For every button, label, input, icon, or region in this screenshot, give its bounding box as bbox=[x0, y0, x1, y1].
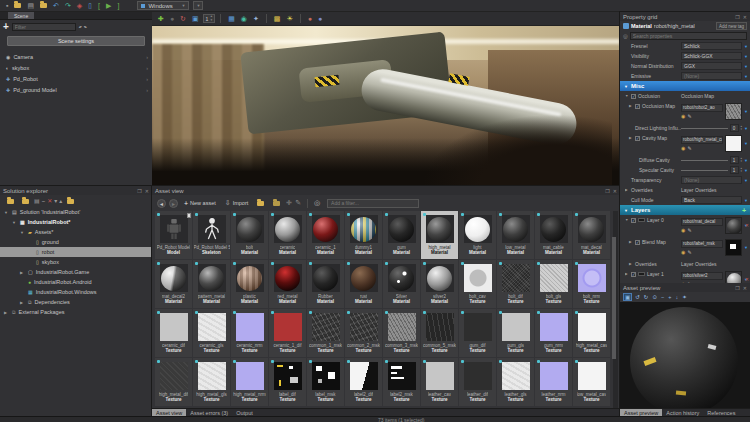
asset-tile[interactable]: low_metal_cavTexture bbox=[573, 358, 610, 406]
asset-tile[interactable]: ceramic_difTexture bbox=[155, 309, 192, 357]
revert-arrow-icon[interactable]: ▼ bbox=[744, 198, 748, 203]
asset-tile[interactable]: Pd_Robot ModelModel bbox=[155, 211, 192, 259]
delete-layer-icon[interactable]: ✕ bbox=[745, 276, 749, 282]
row-arrow-icon[interactable]: ▶ bbox=[629, 262, 633, 266]
asset-tile[interactable]: dummy1Material bbox=[345, 211, 382, 259]
back-button[interactable]: ◄ bbox=[157, 199, 166, 208]
asset-tile[interactable]: high_metal_difTexture bbox=[155, 358, 192, 406]
asset-tile[interactable]: high_metalMaterial bbox=[421, 211, 458, 259]
asset-tile[interactable]: high_metal_glsTexture bbox=[193, 358, 230, 406]
dropdown-value[interactable]: (None) bbox=[681, 72, 742, 80]
redo-icon[interactable]: ↷ bbox=[62, 0, 74, 12]
dropdown-value[interactable]: Schlick-GGX bbox=[681, 52, 742, 60]
asset-tile[interactable]: gum_glsTexture bbox=[497, 309, 534, 357]
asset-tile[interactable]: bolt_nrmTexture bbox=[573, 260, 610, 308]
tree-arrow-icon[interactable]: ▼ bbox=[4, 210, 9, 215]
asset-tile[interactable]: boltMaterial bbox=[231, 211, 268, 259]
solution-tree-item[interactable]: ▯ground bbox=[0, 237, 152, 247]
world-space-icon[interactable]: ▦ bbox=[226, 12, 237, 26]
section-arrow-icon[interactable]: ▼ bbox=[624, 208, 628, 213]
new-folder-icon[interactable] bbox=[7, 199, 14, 204]
solution-tree-item[interactable]: ▶▢IndustrialRobot.Game bbox=[0, 267, 152, 277]
entity-row[interactable]: ◉Camera› bbox=[0, 51, 152, 62]
tree-arrow-icon[interactable]: ▶ bbox=[4, 310, 9, 315]
expand-tree-icon[interactable]: ▴▾ bbox=[79, 24, 81, 29]
save-all-icon[interactable] bbox=[40, 3, 47, 8]
select-gizmo-icon[interactable]: ● bbox=[168, 12, 176, 26]
platform-dropdown[interactable]: Windows ▼ bbox=[137, 1, 189, 10]
section-layers[interactable]: ▼Layers+ bbox=[620, 205, 750, 215]
bulb-icon[interactable]: ☀ bbox=[284, 12, 294, 26]
menu-icon[interactable]: ▪ bbox=[3, 0, 11, 12]
dropdown-value[interactable]: Back bbox=[681, 196, 742, 204]
asset-tile[interactable]: plasticMaterial bbox=[231, 260, 268, 308]
asset-tile[interactable]: mat_cableMaterial bbox=[535, 211, 572, 259]
checkbox[interactable]: ✓ bbox=[635, 240, 640, 245]
asset-tile[interactable]: label2_mskTexture bbox=[383, 358, 420, 406]
asset-tile[interactable]: common_5_mskTexture bbox=[421, 309, 458, 357]
reset-camera-icon[interactable]: ⊙ bbox=[651, 294, 658, 300]
asset-tile[interactable]: Pd_Robot Model SkeletonSkeleton bbox=[193, 211, 230, 259]
asset-tile[interactable]: common_1_mskTexture bbox=[307, 309, 344, 357]
checkbox[interactable]: ✓ bbox=[631, 272, 636, 277]
slider-track[interactable] bbox=[681, 128, 728, 129]
section-arrow-icon[interactable]: ▼ bbox=[624, 84, 628, 89]
asset-tile[interactable]: ceramic_glsTexture bbox=[193, 309, 230, 357]
asset-tile[interactable]: silver2Material bbox=[421, 260, 458, 308]
asset-tile[interactable]: common_2_mskTexture bbox=[345, 309, 382, 357]
copy-icon[interactable]: ▤ bbox=[34, 195, 40, 207]
revert-arrow-icon[interactable]: ▼ bbox=[744, 245, 748, 250]
spinner-arrows-icon[interactable]: ▴▾ bbox=[741, 167, 743, 173]
play-bracket-right-icon[interactable]: ] bbox=[114, 0, 122, 12]
asset-tile[interactable]: pattern_metalMaterial bbox=[193, 260, 230, 308]
play-icon[interactable]: ▶ bbox=[103, 0, 114, 12]
lighting-icon[interactable]: ▩ bbox=[272, 12, 283, 26]
solution-tree-item[interactable]: ▶⧉External Packages bbox=[0, 307, 152, 317]
dropdown-value[interactable]: GGX bbox=[681, 62, 742, 70]
asset-tile[interactable]: lightMaterial bbox=[459, 211, 496, 259]
asset-tile[interactable]: gum_difTexture bbox=[459, 309, 496, 357]
revert-arrow-icon[interactable]: ▼ bbox=[744, 141, 748, 146]
float-panel-icon[interactable]: ❐ bbox=[605, 188, 609, 194]
asset-tile[interactable]: ceramic_nrmTexture bbox=[231, 309, 268, 357]
revert-arrow-icon[interactable]: ▼ bbox=[744, 64, 748, 69]
tree-arrow-icon[interactable]: ▶ bbox=[20, 300, 25, 305]
solution-tree-item[interactable]: ▯skybox bbox=[0, 257, 152, 267]
chevron-right-icon[interactable]: › bbox=[146, 54, 148, 60]
spinner-arrows-icon[interactable]: ▴▾ bbox=[741, 157, 743, 163]
float-panel-icon[interactable]: ❐ bbox=[137, 188, 141, 194]
collapse-all-icon[interactable]: ▴ bbox=[59, 195, 62, 207]
asset-tile[interactable]: label_mskTexture bbox=[307, 358, 344, 406]
debug-icon[interactable]: ▯ bbox=[85, 0, 95, 12]
reference-textbox[interactable]: robot/high_metal_ca bbox=[681, 136, 723, 144]
collapse-tree-icon[interactable]: ▾▴ bbox=[84, 24, 86, 29]
delete-icon[interactable]: ✕ bbox=[47, 195, 52, 207]
checkbox[interactable]: ✓ bbox=[635, 104, 640, 109]
row-arrow-icon[interactable]: ▼ bbox=[625, 94, 629, 98]
slider-value[interactable]: 1 bbox=[730, 166, 739, 174]
view-options-eye-icon[interactable]: ◎ bbox=[314, 199, 320, 207]
asset-tile[interactable]: bolt_glsTexture bbox=[535, 260, 572, 308]
close-panel-icon[interactable]: ✕ bbox=[145, 188, 149, 194]
asset-tile[interactable]: leather_difTexture bbox=[459, 358, 496, 406]
rotate-gizmo-icon[interactable]: ↻ bbox=[178, 12, 188, 26]
reference-textbox[interactable]: robot/robot2_ao bbox=[681, 104, 723, 112]
new-asset-button[interactable]: + New asset bbox=[181, 200, 219, 207]
revert-arrow-icon[interactable]: ▼ bbox=[744, 54, 748, 59]
render-mode-icon[interactable]: ● bbox=[316, 12, 324, 26]
scrollbar-thumb[interactable] bbox=[612, 237, 616, 359]
close-panel-icon[interactable]: ✕ bbox=[613, 188, 617, 194]
checkbox[interactable]: ✓ bbox=[635, 136, 640, 141]
asset-tile[interactable]: ceramicMaterial bbox=[269, 211, 306, 259]
translate-gizmo-icon[interactable]: ✚ bbox=[156, 12, 166, 26]
solution-tree-item[interactable]: ▼▦IndustrialRobot* bbox=[0, 217, 152, 227]
save-icon[interactable]: ▤ bbox=[24, 0, 37, 12]
open-folder-icon[interactable] bbox=[14, 3, 21, 8]
edit-pencil-icon[interactable]: ✎ bbox=[295, 199, 301, 207]
asset-tile[interactable]: leather_cavTexture bbox=[421, 358, 458, 406]
folder-view-icon[interactable] bbox=[67, 199, 74, 204]
chevron-right-icon[interactable]: › bbox=[146, 87, 148, 93]
solution-tree-item[interactable]: ●IndustrialRobot.Android bbox=[0, 277, 152, 287]
asset-tile[interactable]: mat_decalMaterial bbox=[573, 211, 610, 259]
forward-button[interactable]: ► bbox=[169, 199, 178, 208]
